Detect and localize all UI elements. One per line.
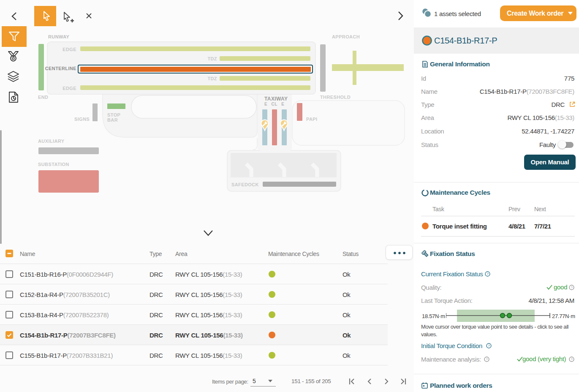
svg-text:?: ? [487,272,489,276]
svg-text:?: ? [486,357,488,361]
svg-text:?: ? [571,286,573,289]
svg-text:?: ? [488,344,490,348]
svg-text:?: ? [571,357,573,361]
